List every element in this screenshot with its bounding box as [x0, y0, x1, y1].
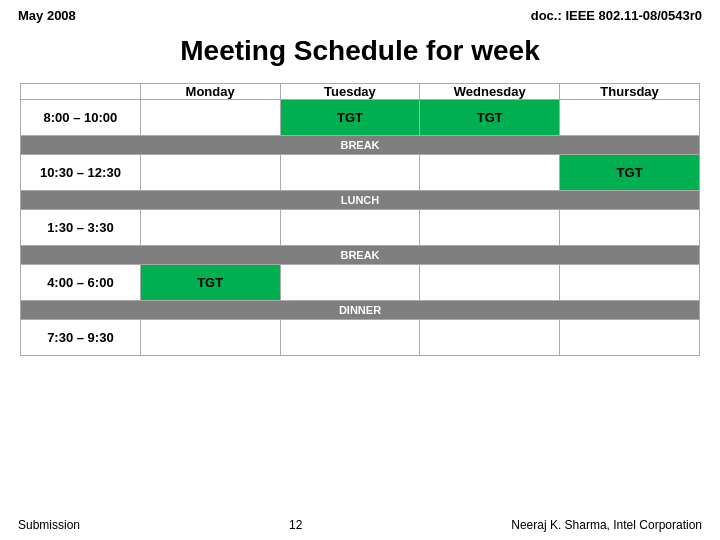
wednesday-cell-4 — [420, 210, 560, 246]
break-row-2: BREAK — [21, 246, 700, 265]
table-row: 7:30 – 9:30 — [21, 320, 700, 356]
thursday-cell-4 — [560, 210, 700, 246]
monday-cell-6: TGT — [140, 265, 280, 301]
header-left: May 2008 — [18, 8, 76, 23]
footer-right: Neeraj K. Sharma, Intel Corporation — [511, 518, 702, 532]
time-cell: 4:00 – 6:00 — [21, 265, 141, 301]
monday-cell-8 — [140, 320, 280, 356]
col-header-tuesday: Tuesday — [280, 84, 420, 100]
footer-center: 12 — [289, 518, 302, 532]
table-row: 10:30 – 12:30 TGT — [21, 155, 700, 191]
wednesday-cell-8 — [420, 320, 560, 356]
monday-cell-0 — [140, 100, 280, 136]
wednesday-cell-2 — [420, 155, 560, 191]
thursday-cell-0 — [560, 100, 700, 136]
break-row-lunch: LUNCH — [21, 191, 700, 210]
break-row-1: BREAK — [21, 136, 700, 155]
schedule-table: Monday Tuesday Wednesday Thursday 8:00 –… — [20, 83, 700, 356]
monday-cell-4 — [140, 210, 280, 246]
wednesday-cell-0: TGT — [420, 100, 560, 136]
col-header-thursday: Thursday — [560, 84, 700, 100]
table-row: 1:30 – 3:30 — [21, 210, 700, 246]
tuesday-cell-4 — [280, 210, 420, 246]
thursday-cell-6 — [560, 265, 700, 301]
break-row-dinner: DINNER — [21, 301, 700, 320]
table-row: 8:00 – 10:00 TGT TGT — [21, 100, 700, 136]
tuesday-cell-0: TGT — [280, 100, 420, 136]
wednesday-cell-6 — [420, 265, 560, 301]
column-headers: Monday Tuesday Wednesday Thursday — [21, 84, 700, 100]
time-cell: 10:30 – 12:30 — [21, 155, 141, 191]
col-header-monday: Monday — [140, 84, 280, 100]
page-title: Meeting Schedule for week — [0, 35, 720, 67]
col-header-time — [21, 84, 141, 100]
header-bar: May 2008 doc.: IEEE 802.11-08/0543r0 — [0, 0, 720, 27]
lunch-label: LUNCH — [21, 191, 700, 210]
header-right: doc.: IEEE 802.11-08/0543r0 — [531, 8, 702, 23]
thursday-cell-2: TGT — [560, 155, 700, 191]
tuesday-cell-8 — [280, 320, 420, 356]
time-cell: 8:00 – 10:00 — [21, 100, 141, 136]
tuesday-cell-6 — [280, 265, 420, 301]
col-header-wednesday: Wednesday — [420, 84, 560, 100]
break-label-1: BREAK — [21, 136, 700, 155]
table-row: 4:00 – 6:00 TGT — [21, 265, 700, 301]
thursday-cell-8 — [560, 320, 700, 356]
break-label-2: BREAK — [21, 246, 700, 265]
time-cell: 7:30 – 9:30 — [21, 320, 141, 356]
footer-left: Submission — [18, 518, 80, 532]
time-cell: 1:30 – 3:30 — [21, 210, 141, 246]
monday-cell-2 — [140, 155, 280, 191]
tuesday-cell-2 — [280, 155, 420, 191]
dinner-label: DINNER — [21, 301, 700, 320]
footer: Submission 12 Neeraj K. Sharma, Intel Co… — [0, 510, 720, 540]
